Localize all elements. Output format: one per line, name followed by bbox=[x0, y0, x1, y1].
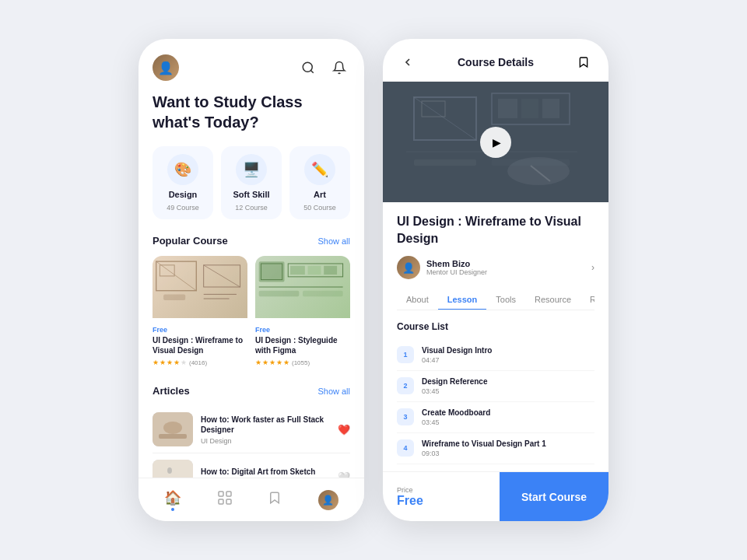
mentor-row: 👤 Shem Bizo Mentor UI Designer › bbox=[397, 256, 594, 279]
mentor-info: 👤 Shem Bizo Mentor UI Designer bbox=[397, 256, 487, 279]
course-list-label: Course List bbox=[397, 321, 594, 332]
course-2-title: UI Design : Styleguide with Figma bbox=[255, 335, 350, 355]
notification-icon[interactable] bbox=[328, 57, 350, 79]
svg-rect-9 bbox=[259, 261, 285, 282]
articles-title: Articles bbox=[153, 385, 190, 397]
detail-header: Course Details bbox=[383, 39, 608, 82]
lesson-3-name: Create Moodboard bbox=[422, 408, 594, 417]
popular-title: Popular Course bbox=[153, 235, 228, 247]
lesson-4-info: Wireframe to Visual Design Part 1 09:03 bbox=[422, 439, 594, 457]
detail-footer: Price Free Start Course bbox=[383, 471, 608, 521]
tab-lesson[interactable]: Lesson bbox=[438, 290, 487, 310]
lesson-item-2[interactable]: 2 Design Reference 03:45 bbox=[397, 371, 594, 402]
mentor-role: Mentor UI Designer bbox=[426, 268, 487, 276]
article-1-heart[interactable]: ❤️ bbox=[338, 424, 350, 436]
bookmark-button[interactable] bbox=[573, 51, 594, 73]
lesson-2-name: Design Reference bbox=[422, 377, 594, 386]
svg-rect-17 bbox=[303, 291, 343, 297]
articles-list: How to: Work faster as Full Stack Design… bbox=[153, 406, 350, 478]
back-button[interactable] bbox=[397, 51, 419, 73]
popular-show-all[interactable]: Show all bbox=[317, 236, 350, 246]
article-2-info: How to: Digital Art from Sketch Art Cour… bbox=[201, 467, 330, 478]
article-item-2[interactable]: How to: Digital Art from Sketch Art Cour… bbox=[153, 453, 350, 478]
tab-resource[interactable]: Resource bbox=[525, 290, 580, 310]
course-thumb-1 bbox=[153, 256, 247, 318]
nav-active-dot bbox=[171, 508, 174, 511]
lesson-1-duration: 04:47 bbox=[422, 356, 594, 364]
lesson-3-info: Create Moodboard 03:45 bbox=[422, 408, 594, 426]
grid-icon bbox=[218, 491, 232, 509]
course-thumb-2 bbox=[255, 256, 350, 318]
play-button[interactable]: ▶ bbox=[480, 127, 511, 158]
tab-review[interactable]: Revie... bbox=[580, 290, 594, 310]
nav-home[interactable]: 🏠 bbox=[156, 485, 189, 516]
video-overlay: ▶ bbox=[383, 82, 608, 202]
svg-rect-12 bbox=[290, 266, 305, 275]
svg-point-24 bbox=[167, 467, 172, 474]
lesson-item-1[interactable]: 1 Visual Design Intro 04:47 bbox=[397, 340, 594, 371]
article-2-heart[interactable]: 🤍 bbox=[338, 471, 350, 478]
lesson-item-3[interactable]: 3 Create Moodboard 03:45 bbox=[397, 402, 594, 433]
article-2-title: How to: Digital Art from Sketch bbox=[201, 467, 330, 477]
softskill-label: Soft Skill bbox=[233, 190, 269, 199]
search-icon[interactable] bbox=[297, 57, 319, 79]
articles-show-all[interactable]: Show all bbox=[317, 387, 350, 396]
top-icons bbox=[297, 57, 350, 79]
mentor-chevron-icon[interactable]: › bbox=[591, 262, 594, 273]
article-1-info: How to: Work faster as Full Stack Design… bbox=[201, 415, 330, 445]
popular-section-header: Popular Course Show all bbox=[153, 235, 350, 247]
svg-point-0 bbox=[303, 62, 312, 72]
svg-point-19 bbox=[163, 422, 182, 434]
svg-rect-26 bbox=[219, 492, 223, 496]
nav-profile[interactable]: 👤 bbox=[310, 485, 346, 515]
svg-rect-20 bbox=[159, 434, 187, 439]
nav-grid[interactable] bbox=[210, 486, 240, 513]
top-bar: 👤 bbox=[153, 54, 350, 81]
detail-header-title: Course Details bbox=[458, 56, 534, 68]
svg-rect-6 bbox=[163, 294, 185, 300]
art-icon: ✏️ bbox=[304, 154, 335, 185]
course-cards-row: Free UI Design : Wireframe to Visual Des… bbox=[153, 256, 350, 369]
lesson-4-duration: 09:03 bbox=[422, 450, 594, 457]
mentor-avatar: 👤 bbox=[397, 256, 420, 279]
lesson-3-duration: 03:45 bbox=[422, 418, 594, 426]
course-1-badge: Free bbox=[153, 326, 247, 334]
nav-bookmark[interactable] bbox=[260, 486, 289, 513]
svg-rect-28 bbox=[219, 499, 223, 504]
lesson-item-4[interactable]: 4 Wireframe to Visual Design Part 1 09:0… bbox=[397, 433, 594, 464]
lesson-num-1: 1 bbox=[397, 346, 414, 363]
lesson-num-4: 4 bbox=[397, 439, 414, 457]
right-phone: Course Details bbox=[383, 39, 608, 521]
course-card-1[interactable]: Free UI Design : Wireframe to Visual Des… bbox=[153, 256, 247, 369]
categories-row: 🎨 Design 49 Course 🖥️ Soft Skill 12 Cour… bbox=[153, 146, 350, 219]
bottom-nav: 🏠 👤 bbox=[139, 478, 364, 521]
svg-rect-16 bbox=[259, 291, 300, 297]
video-thumbnail: ▶ bbox=[383, 82, 608, 202]
course-1-title: UI Design : Wireframe to Visual Design bbox=[153, 335, 247, 355]
design-label: Design bbox=[169, 190, 198, 199]
svg-rect-22 bbox=[153, 460, 193, 478]
category-softskill[interactable]: 🖥️ Soft Skill 12 Course bbox=[221, 146, 282, 219]
course-main-title: UI Design : Wireframe to Visual Design bbox=[397, 213, 594, 247]
price-label: Price bbox=[397, 486, 486, 494]
tab-about[interactable]: About bbox=[397, 290, 438, 310]
softskill-count: 12 Course bbox=[235, 204, 268, 212]
category-art[interactable]: ✏️ Art 50 Course bbox=[289, 146, 350, 219]
article-thumb-2 bbox=[153, 460, 193, 478]
lessons-list: 1 Visual Design Intro 04:47 2 Design Ref… bbox=[397, 340, 594, 464]
lesson-2-info: Design Reference 03:45 bbox=[422, 377, 594, 395]
start-course-button[interactable]: Start Course bbox=[500, 472, 608, 522]
user-avatar[interactable]: 👤 bbox=[153, 54, 179, 81]
mentor-details: Shem Bizo Mentor UI Designer bbox=[426, 259, 487, 276]
course-2-badge: Free bbox=[255, 326, 350, 334]
lesson-1-name: Visual Design Intro bbox=[422, 346, 594, 355]
course-card-2[interactable]: Free UI Design : Styleguide with Figma ★… bbox=[255, 256, 350, 369]
home-icon: 🏠 bbox=[164, 489, 181, 506]
category-design[interactable]: 🎨 Design 49 Course bbox=[153, 146, 213, 219]
article-item-1[interactable]: How to: Work faster as Full Stack Design… bbox=[153, 406, 350, 453]
svg-rect-29 bbox=[226, 499, 231, 504]
softskill-icon: 🖥️ bbox=[236, 154, 267, 185]
svg-rect-2 bbox=[160, 265, 174, 276]
lesson-1-info: Visual Design Intro 04:47 bbox=[422, 346, 594, 364]
tab-tools[interactable]: Tools bbox=[486, 290, 525, 310]
